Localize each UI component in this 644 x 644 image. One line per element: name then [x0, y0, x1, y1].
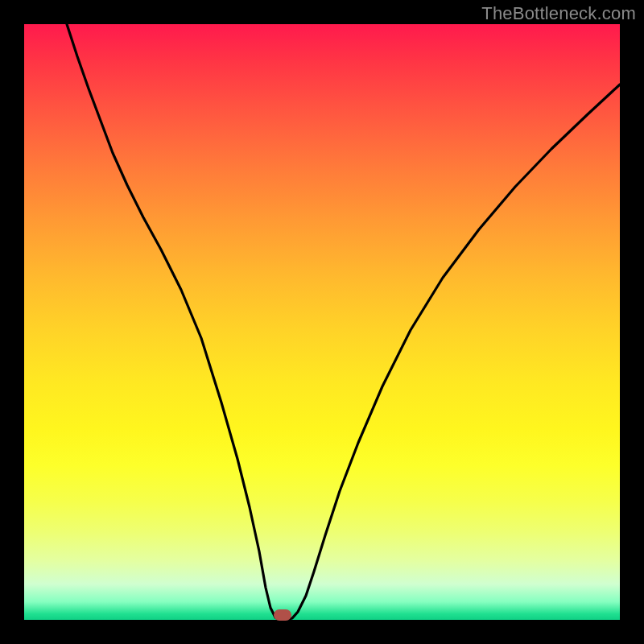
plot-area: [24, 24, 620, 620]
chart-frame: TheBottleneck.com: [0, 0, 644, 644]
watermark-text: TheBottleneck.com: [481, 3, 636, 24]
bottleneck-curve: [24, 24, 620, 620]
optimal-marker: [274, 609, 291, 621]
